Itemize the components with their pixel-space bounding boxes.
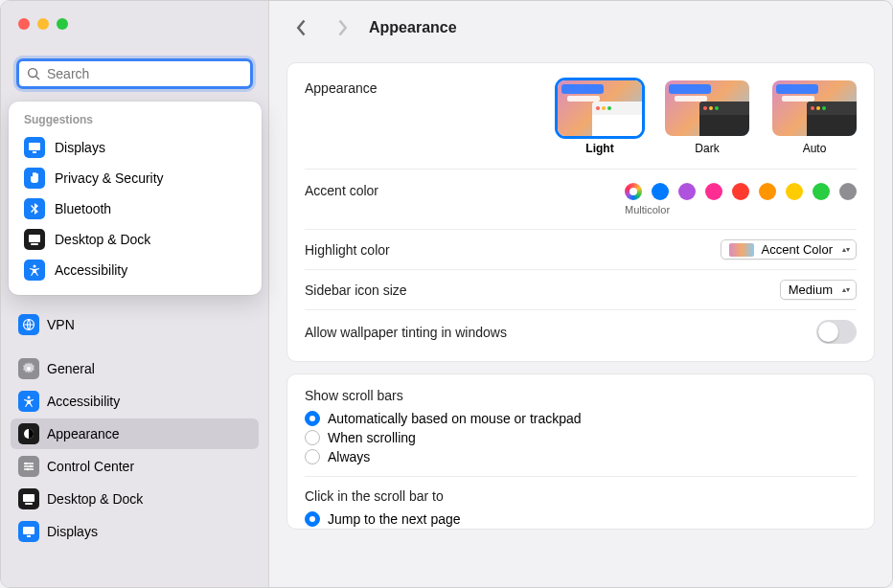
- sidebar-item-label: Appearance: [47, 426, 120, 441]
- radio-icon: [305, 411, 320, 426]
- sidebar-item-displays[interactable]: Displays: [11, 516, 259, 547]
- suggestions-heading: Suggestions: [9, 111, 262, 132]
- appearance-mode-light[interactable]: Light: [558, 80, 642, 155]
- sidebar-item-label: Desktop & Dock: [47, 491, 143, 507]
- accent-color-label: Accent color: [305, 183, 378, 198]
- display-icon: [24, 137, 45, 158]
- accessibility-icon: [18, 391, 39, 412]
- sidebar-item-label: General: [47, 361, 95, 376]
- radio-icon: [305, 511, 320, 527]
- svg-point-6: [27, 468, 30, 471]
- sidebar-item-vpn[interactable]: VPN: [11, 309, 259, 340]
- radio-label: Automatically based on mouse or trackpad: [328, 411, 582, 426]
- scrollbar-visibility-option[interactable]: When scrolling: [305, 428, 857, 447]
- svg-rect-12: [33, 151, 36, 153]
- chevron-updown-icon: ▴▾: [840, 287, 852, 293]
- svg-point-2: [28, 396, 31, 399]
- suggestion-item[interactable]: Bluetooth: [9, 193, 262, 224]
- suggestion-item[interactable]: Accessibility: [9, 255, 262, 285]
- highlight-color-dropdown[interactable]: Accent Color ▴▾: [721, 239, 857, 260]
- suggestion-item[interactable]: Desktop & Dock: [9, 224, 262, 255]
- appearance-mode-dark[interactable]: Dark: [665, 80, 749, 155]
- sidebar-item-general[interactable]: General: [11, 353, 259, 384]
- nav-back-button[interactable]: [288, 14, 315, 41]
- desk-icon: [24, 229, 45, 250]
- appearance-icon: [18, 423, 39, 444]
- suggestion-label: Displays: [55, 140, 105, 155]
- sidebar-item-label: Displays: [47, 524, 98, 539]
- svg-rect-13: [29, 235, 40, 242]
- svg-point-4: [25, 463, 28, 465]
- accent-color-green[interactable]: [813, 183, 830, 200]
- suggestion-item[interactable]: Displays: [9, 132, 262, 163]
- main-content: Appearance Appearance Light Dark Auto: [269, 1, 892, 587]
- search-icon: [27, 67, 41, 81]
- search-input[interactable]: [47, 66, 242, 81]
- svg-point-5: [30, 465, 33, 468]
- globe-icon: [18, 314, 39, 335]
- accent-color-gray[interactable]: [839, 183, 857, 200]
- appearance-mode-label: Dark: [665, 142, 749, 155]
- accent-color-blue[interactable]: [652, 183, 669, 200]
- accent-color-purple[interactable]: [678, 183, 696, 200]
- chevron-updown-icon: ▴▾: [840, 247, 852, 253]
- suggestion-label: Bluetooth: [55, 201, 111, 216]
- sidebar-item-control-center[interactable]: Control Center: [11, 451, 259, 482]
- radio-icon: [305, 430, 320, 445]
- zoom-window-button[interactable]: [57, 18, 68, 30]
- sidebar-icon-size-label: Sidebar icon size: [305, 283, 407, 298]
- sidebar-icon-size-dropdown[interactable]: Medium ▴▾: [780, 280, 857, 300]
- appearance-thumbnail: [665, 80, 749, 136]
- radio-label: Always: [328, 449, 370, 464]
- svg-point-15: [34, 265, 36, 268]
- svg-rect-8: [25, 503, 33, 505]
- nav-forward-button: [329, 14, 355, 41]
- radio-label: When scrolling: [328, 430, 416, 445]
- bluetooth-icon: [24, 198, 45, 219]
- appearance-thumbnail: [558, 80, 642, 136]
- accent-selected-label: Multicolor: [625, 204, 857, 215]
- click-scrollbar-title: Click in the scroll bar to: [305, 488, 857, 504]
- accent-color-pink[interactable]: [705, 183, 722, 200]
- sidebar-item-label: Accessibility: [47, 394, 120, 409]
- display-icon: [18, 521, 39, 542]
- suggestion-item[interactable]: Privacy & Security: [9, 163, 262, 193]
- svg-rect-10: [27, 535, 31, 537]
- sidebar-item-desktop-dock[interactable]: Desktop & Dock: [11, 484, 259, 514]
- svg-rect-11: [29, 143, 40, 150]
- accent-color-red[interactable]: [732, 183, 749, 200]
- appearance-mode-label: Auto: [772, 142, 857, 155]
- search-suggestions-popover: Suggestions Displays Privacy & Security …: [9, 102, 262, 295]
- highlight-value: Accent Color: [762, 242, 833, 257]
- accent-color-orange[interactable]: [759, 183, 776, 200]
- appearance-mode-label: Light: [558, 142, 642, 155]
- svg-rect-14: [31, 243, 38, 245]
- sidebar-item-accessibility[interactable]: Accessibility: [11, 386, 259, 417]
- search-input-wrap[interactable]: [16, 58, 253, 89]
- wallpaper-tint-toggle[interactable]: [816, 320, 857, 344]
- page-title: Appearance: [369, 19, 457, 36]
- scrollbar-click-option[interactable]: Jump to the next page: [305, 509, 857, 529]
- window-traffic-lights[interactable]: [18, 18, 68, 30]
- sliders-icon: [18, 456, 39, 477]
- sidebar-item-label: Control Center: [47, 459, 134, 474]
- wallpaper-tint-label: Allow wallpaper tinting in windows: [305, 325, 507, 340]
- appearance-mode-auto[interactable]: Auto: [772, 80, 857, 155]
- highlight-swatch: [729, 243, 754, 257]
- scrollbar-visibility-option[interactable]: Automatically based on mouse or trackpad: [305, 409, 857, 428]
- svg-rect-7: [23, 494, 34, 502]
- hand-icon: [24, 168, 45, 189]
- close-window-button[interactable]: [18, 18, 30, 30]
- sidebar-item-appearance[interactable]: Appearance: [11, 418, 259, 449]
- scrollbars-title: Show scroll bars: [305, 388, 857, 403]
- suggestion-label: Privacy & Security: [55, 170, 164, 186]
- accent-color-multi[interactable]: [625, 183, 642, 200]
- scrollbar-visibility-option[interactable]: Always: [305, 447, 857, 466]
- radio-label: Jump to the next page: [328, 511, 461, 527]
- minimize-window-button[interactable]: [37, 18, 49, 30]
- scroll-panel: Show scroll bars Automatically based on …: [286, 373, 875, 530]
- radio-icon: [305, 449, 320, 464]
- sidebar-item-label: VPN: [47, 317, 75, 332]
- header: Appearance: [269, 1, 892, 55]
- accent-color-yellow[interactable]: [786, 183, 803, 200]
